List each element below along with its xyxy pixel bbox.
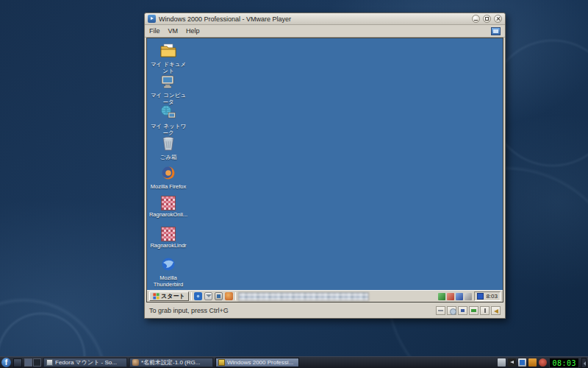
- hard-disk-status-icon[interactable]: [436, 306, 445, 315]
- app-pixel-icon: [161, 227, 176, 241]
- panel-launcher-icon[interactable]: [13, 358, 22, 367]
- task-button-mount[interactable]: Fedora マウント - So...: [43, 358, 127, 367]
- volume-icon[interactable]: [508, 358, 516, 367]
- vm-icon-thunderbird[interactable]: Mozilla Thunderbird: [148, 256, 188, 288]
- updates-icon[interactable]: [539, 358, 547, 367]
- vm-icon-my-network[interactable]: マイ ネットワーク: [148, 105, 188, 136]
- task-button-vmware[interactable]: Windows 2000 Professi...: [215, 358, 299, 367]
- thunderbird-icon: [160, 256, 176, 272]
- vm-icon-app-2[interactable]: RagnarokLindr: [148, 227, 188, 249]
- vm-start-label: スタート: [161, 292, 185, 300]
- cdrom-status-icon[interactable]: [447, 306, 456, 315]
- vmware-statusbar: To grab input, press Ctrl+G: [145, 303, 505, 318]
- fullscreen-icon[interactable]: [491, 27, 501, 35]
- network-status-icon[interactable]: [469, 306, 478, 315]
- vm-icon-label: ごみ箱: [148, 154, 188, 160]
- pen-tool-icon[interactable]: [438, 293, 445, 300]
- close-button[interactable]: [494, 15, 502, 23]
- firefox-icon: [160, 165, 176, 181]
- vmware-menubar: File VM Help: [145, 25, 505, 38]
- vm-icon-label: マイ ドキュメント: [148, 61, 188, 74]
- vm-icon-firefox[interactable]: Mozilla Firefox: [148, 165, 188, 190]
- gimp-icon: [132, 359, 139, 366]
- window-title: Windows 2000 Professional - VMware Playe…: [159, 15, 469, 23]
- vm-system-tray: 8:03: [474, 291, 501, 301]
- task-button-gimp[interactable]: *名前未設定-1.0 (RG...: [129, 358, 213, 367]
- vm-clock[interactable]: 8:03: [486, 293, 498, 300]
- grab-input-hint: To grab input, press Ctrl+G: [149, 307, 229, 314]
- vmware-player-icon: [148, 15, 156, 23]
- sound-status-icon[interactable]: [491, 306, 501, 315]
- ime-icon[interactable]: [477, 293, 484, 300]
- maximize-button[interactable]: [483, 15, 491, 23]
- vm-icon-label: Mozilla Firefox: [148, 183, 188, 190]
- host-system-tray: 08:03: [498, 358, 587, 368]
- host-desktop: Windows 2000 Professional - VMware Playe…: [0, 0, 588, 368]
- display-icon[interactable]: [518, 358, 526, 367]
- menu-file[interactable]: File: [149, 27, 160, 35]
- vm-icon-label: RagnarokLindr: [148, 242, 188, 249]
- show-desktop-quicklaunch-icon[interactable]: [215, 292, 223, 300]
- notification-icon[interactable]: [498, 358, 506, 367]
- vm-icon-label: RagnarokOnli...: [148, 211, 188, 218]
- vm-taskbar-window-button-blurred[interactable]: [238, 292, 369, 301]
- vm-taskbar: スタート 8:03: [147, 290, 503, 302]
- minimize-button[interactable]: [472, 15, 480, 23]
- taskbar-separator: [191, 292, 192, 300]
- task-label: *名前未設定-1.0 (RG...: [141, 358, 200, 367]
- vm-taskbar-toolbar: [438, 293, 472, 300]
- panel-hide-arrow[interactable]: [581, 358, 587, 368]
- pen-tool-icon[interactable]: [447, 293, 454, 300]
- workspace-switcher: [24, 358, 41, 367]
- taskbar-separator: [235, 292, 236, 300]
- workspace-2[interactable]: [33, 358, 41, 367]
- menu-vm[interactable]: VM: [168, 27, 179, 35]
- recycle-bin-icon: [160, 135, 176, 152]
- pen-tool-icon[interactable]: [456, 293, 463, 300]
- vm-guest-screen[interactable]: マイ ドキュメント マイ コンピュータ マイ ネットワーク ごみ箱 Mozill…: [146, 38, 503, 302]
- vm-icon-my-documents[interactable]: マイ ドキュメント: [148, 43, 188, 74]
- mail-quicklaunch-icon[interactable]: [204, 292, 212, 300]
- task-label: Fedora マウント - So...: [55, 358, 117, 367]
- mount-window-icon: [46, 359, 53, 366]
- menu-help[interactable]: Help: [186, 27, 200, 35]
- vm-icon-label: マイ ネットワーク: [148, 123, 188, 136]
- vm-icon-label: マイ コンピュータ: [148, 92, 188, 105]
- computer-icon: [160, 74, 176, 90]
- vm-icon-app-1[interactable]: RagnarokOnli...: [148, 196, 188, 218]
- host-panel: f Fedora マウント - So... *名前未設定-1.0 (RG... …: [0, 356, 588, 368]
- folder-icon: [160, 43, 176, 59]
- network-globe-icon: [160, 105, 176, 121]
- vm-icon-my-computer[interactable]: マイ コンピュータ: [148, 74, 188, 105]
- host-clock[interactable]: 08:03: [549, 358, 579, 368]
- ie-quicklaunch-icon[interactable]: [194, 292, 202, 300]
- vm-icon-label: Mozilla Thunderbird: [148, 275, 188, 288]
- task-label: Windows 2000 Professi...: [227, 359, 293, 366]
- media-quicklaunch-icon[interactable]: [225, 292, 233, 300]
- usb-status-icon[interactable]: [480, 306, 490, 315]
- vmware-player-window: Windows 2000 Professional - VMware Playe…: [144, 13, 506, 319]
- vm-start-button[interactable]: スタート: [149, 291, 189, 301]
- vmware-titlebar[interactable]: Windows 2000 Professional - VMware Playe…: [145, 13, 505, 25]
- input-method-icon[interactable]: [528, 358, 537, 367]
- app-pixel-icon: [161, 196, 176, 210]
- vmware-task-icon: [218, 359, 225, 366]
- fedora-menu-button[interactable]: f: [1, 358, 11, 367]
- device-status-icons: [436, 306, 501, 315]
- vm-icon-recycle-bin[interactable]: ごみ箱: [148, 135, 188, 160]
- workspace-1[interactable]: [24, 358, 32, 367]
- windows-logo-icon: [153, 293, 159, 300]
- floppy-status-icon[interactable]: [458, 306, 467, 315]
- pen-tool-icon[interactable]: [465, 293, 472, 300]
